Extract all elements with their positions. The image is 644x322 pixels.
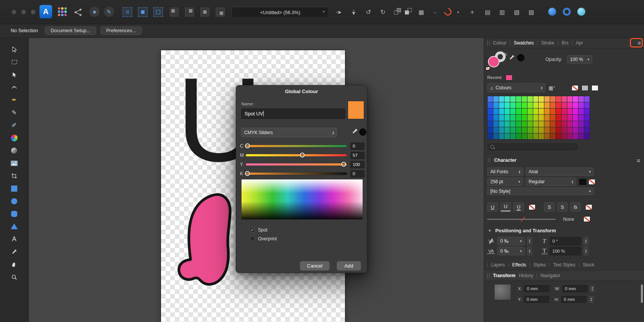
magenta-knob[interactable]: [300, 153, 305, 158]
w-field[interactable]: 0 mm: [562, 285, 588, 292]
swatch-cell[interactable]: [522, 96, 527, 102]
transparency-sphere-icon[interactable]: [577, 8, 585, 16]
swatch-cell[interactable]: [573, 115, 578, 120]
swatch-cell[interactable]: [539, 127, 544, 133]
h-stepper[interactable]: ▴▾: [589, 296, 594, 303]
text-no-colour-swatch[interactable]: [588, 179, 595, 185]
swatch-cell[interactable]: [573, 121, 578, 127]
swatch-cell[interactable]: [550, 133, 555, 139]
swatch-cell[interactable]: [573, 102, 578, 108]
swatch-cell[interactable]: [550, 121, 555, 127]
swatch-cell[interactable]: [493, 115, 499, 120]
swatch-cell[interactable]: [567, 133, 573, 139]
black-value-field[interactable]: 0: [350, 170, 365, 177]
insert-behind-button[interactable]: [170, 8, 179, 16]
swatch-cell[interactable]: [562, 127, 567, 133]
font-family-dropdown[interactable]: Arial ▾: [526, 168, 594, 176]
zoom-window-button[interactable]: [31, 10, 36, 15]
shear-field[interactable]: 0 °: [550, 237, 581, 245]
swatch-cell[interactable]: [527, 115, 533, 120]
colour-picker-tool[interactable]: [0, 245, 29, 258]
tab-stroke[interactable]: Stroke: [541, 40, 554, 46]
zoom-tool[interactable]: [0, 271, 29, 283]
swatch-cell[interactable]: [499, 127, 504, 133]
swatch-cell[interactable]: [544, 108, 550, 114]
kerning-dropdown[interactable]: 0 ‰ ▾: [497, 237, 525, 245]
vector-crop-tool[interactable]: [0, 169, 29, 182]
tracking-stepper[interactable]: ▴▾: [527, 247, 532, 255]
gradient-ring-icon[interactable]: [563, 8, 571, 16]
swatch-search-input[interactable]: [496, 144, 575, 150]
panel-drag-handle[interactable]: [487, 41, 490, 45]
swatch-cell[interactable]: [516, 96, 521, 102]
picked-colour-well[interactable]: [359, 128, 366, 136]
swatch-cell[interactable]: [527, 127, 533, 133]
yellow-knob[interactable]: [341, 162, 346, 167]
spot-checkbox[interactable]: ✓: [250, 227, 255, 232]
swatch-cell[interactable]: [516, 102, 521, 108]
move-tool[interactable]: [0, 43, 29, 56]
kerning-stepper[interactable]: ▴▾: [527, 237, 532, 245]
swatch-cell[interactable]: [578, 102, 584, 108]
swatch-cell[interactable]: [556, 127, 561, 133]
black-knob[interactable]: [245, 171, 250, 176]
font-weight-dropdown[interactable]: Regular ▴▾: [526, 177, 576, 186]
no-colour-mini-swatch[interactable]: [486, 67, 490, 70]
swatch-cell[interactable]: [539, 102, 544, 108]
tab-effects[interactable]: Effects: [512, 262, 526, 268]
text-tool[interactable]: A: [0, 233, 29, 245]
swatch-cell[interactable]: [493, 108, 499, 114]
colour-spectrum-picker[interactable]: [241, 179, 363, 220]
ellipse-tool[interactable]: [0, 195, 29, 207]
swatch-cell[interactable]: [499, 121, 504, 127]
swatch-cell[interactable]: [567, 102, 573, 108]
swatch-cell[interactable]: [550, 96, 555, 102]
strike-colour-swatch[interactable]: [585, 204, 592, 210]
tracking-dropdown[interactable]: 0 ‰ ▾: [497, 247, 525, 255]
swatch-cell[interactable]: [522, 115, 527, 120]
panel-scrollbar[interactable]: [641, 284, 643, 303]
swatch-cell[interactable]: [516, 133, 521, 139]
swatch-cell[interactable]: [544, 115, 550, 120]
close-window-button[interactable]: [12, 10, 16, 15]
tab-navigator[interactable]: Navigator: [540, 273, 560, 278]
swatch-cell[interactable]: [510, 96, 516, 102]
swatch-cell[interactable]: [504, 96, 510, 102]
swatch-cell[interactable]: [516, 121, 521, 127]
studio-preset-button[interactable]: ▧: [511, 7, 522, 17]
y-field[interactable]: 0 mm: [524, 296, 549, 303]
swatch-cell[interactable]: [544, 102, 550, 108]
swatch-cell[interactable]: [488, 96, 493, 102]
swatch-cell[interactable]: [522, 127, 527, 133]
insert-plus-button[interactable]: +: [468, 7, 477, 17]
swatch-cell[interactable]: [562, 108, 567, 114]
edit-badge-icon[interactable]: ✎: [104, 7, 114, 17]
insert-top-button[interactable]: [185, 8, 194, 16]
studio-toggle-left-button[interactable]: ▤: [482, 7, 493, 17]
swatch-cell[interactable]: [493, 121, 499, 127]
swatch-cell[interactable]: [556, 102, 561, 108]
swatch-cell[interactable]: [533, 133, 539, 139]
marquee-select-button[interactable]: [138, 7, 148, 17]
view-tool[interactable]: [0, 258, 29, 271]
tab-text-styles[interactable]: Text Styles: [553, 262, 575, 268]
swatch-cell[interactable]: [584, 133, 590, 139]
move-to-front-button[interactable]: [405, 8, 413, 16]
artboard-tool[interactable]: [0, 56, 29, 68]
swatch-cell[interactable]: [562, 115, 567, 120]
designer-persona-icon[interactable]: A: [39, 5, 52, 18]
panel-drag-handle[interactable]: [487, 273, 490, 278]
pencil-tool[interactable]: ✎: [0, 106, 29, 119]
swatch-cell[interactable]: [584, 102, 590, 108]
swatch-cell[interactable]: [510, 115, 516, 120]
swatch-cell[interactable]: [533, 108, 539, 114]
swatch-cell[interactable]: [533, 96, 539, 102]
text-colour-swatch[interactable]: [579, 179, 586, 185]
scale-stepper[interactable]: ▴▾: [583, 247, 588, 255]
rounded-rectangle-tool[interactable]: [0, 207, 29, 220]
picked-colour-well[interactable]: [517, 54, 524, 61]
positioning-header[interactable]: ▼ Positioning and Transform: [484, 226, 644, 235]
studio-reset-button[interactable]: ▨: [526, 7, 537, 17]
superscript-button[interactable]: S: [544, 202, 555, 212]
strikethrough-button[interactable]: S: [570, 202, 581, 212]
